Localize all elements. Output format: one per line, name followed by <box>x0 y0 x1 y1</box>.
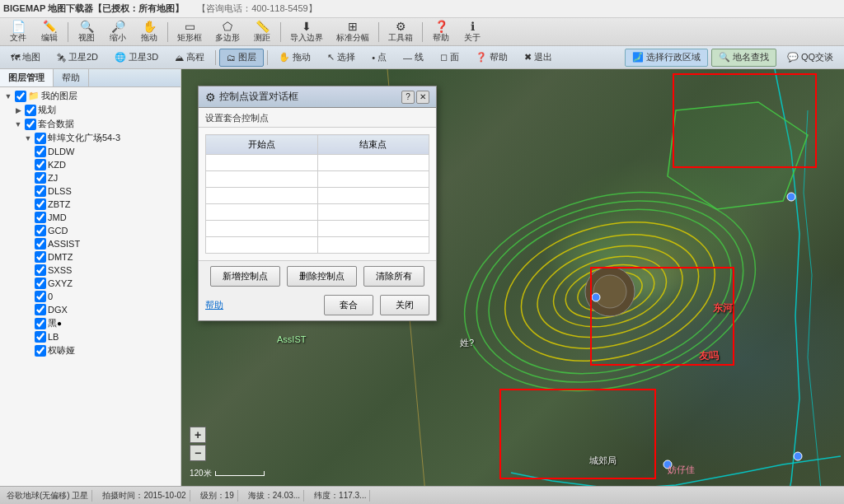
cb-dldw[interactable] <box>35 146 46 157</box>
clear-all-btn[interactable]: 清除所有 <box>363 266 424 287</box>
expand-icon-wenhua[interactable]: ▼ <box>23 134 33 142</box>
tree-item-gxyz[interactable]: GXYZ <box>2 277 179 290</box>
tb-poly-btn[interactable]: ⬠ 多边形 <box>209 20 246 44</box>
cb-zero[interactable] <box>35 291 46 302</box>
tb2-helpbtn-btn[interactable]: ❓ 帮助 <box>468 49 515 67</box>
tree-item-my-layers[interactable]: ▼ 📁 我的图层 <box>2 89 179 103</box>
tb2-drag-btn[interactable]: ✋ 拖动 <box>271 49 318 67</box>
expand-icon-plan[interactable]: ▶ <box>13 106 23 114</box>
tree-item-zbtz[interactable]: ZBTZ <box>2 198 179 211</box>
tb-import-btn[interactable]: ⬇ 导入边界 <box>284 20 329 44</box>
tb2-line-btn[interactable]: — 线 <box>396 49 431 67</box>
cb-dgx[interactable] <box>35 304 46 315</box>
map-area[interactable]: 妨仔佳 城郊局 城郊局 姓? 东河 友吗 AssIST + − 120米 ⚙ 控 <box>181 69 844 486</box>
add-control-point-btn[interactable]: 新增控制点 <box>210 266 280 287</box>
dialog-help-btn[interactable]: ? <box>401 91 415 104</box>
tb-tools-btn[interactable]: ⚙ 工具箱 <box>382 20 419 44</box>
dialog-close-x-btn[interactable]: ✕ <box>416 91 429 104</box>
tree-item-zero[interactable]: 0 <box>2 290 179 303</box>
cb-quzhiya[interactable] <box>35 345 46 357</box>
qq-label: QQ交谈 <box>801 51 833 63</box>
dialog-help-link[interactable]: 帮助 <box>205 299 223 311</box>
tb-about-btn[interactable]: ℹ 关于 <box>457 20 487 44</box>
tree-item-zj[interactable]: ZJ <box>2 171 179 184</box>
cb-composite[interactable] <box>25 119 36 130</box>
tree-item-black[interactable]: 黑● <box>2 316 179 330</box>
tb2-sat2d-btn[interactable]: 🛰 卫星2D <box>49 49 106 67</box>
dialog-title-bar[interactable]: ⚙ 控制点设置对话框 ? ✕ <box>199 86 436 108</box>
file-icon: 📄 <box>12 21 26 32</box>
cb-wenhua[interactable] <box>35 133 46 144</box>
tree-item-quzhiya[interactable]: 权哧娅 <box>2 343 179 357</box>
delete-control-point-btn[interactable]: 删除控制点 <box>287 266 357 287</box>
tb-drag-btn[interactable]: ✋ 拖动 <box>134 20 164 44</box>
cb-assist[interactable] <box>35 238 46 250</box>
tb-measure-btn[interactable]: 📏 测距 <box>247 20 277 44</box>
tree-item-dmtz[interactable]: DMTZ <box>2 250 179 264</box>
expand-icon[interactable]: ▼ <box>3 92 13 100</box>
tb-std-btn[interactable]: ⊞ 标准分幅 <box>331 20 375 44</box>
cb-black[interactable] <box>35 318 46 329</box>
location-search-btn[interactable]: 🔍 地名查找 <box>711 49 776 67</box>
hotline: 【咨询电话：400-118-5459】 <box>197 2 317 15</box>
tb2-map-btn[interactable]: 🗺 地图 <box>3 49 48 67</box>
cb-dlss[interactable] <box>35 185 46 197</box>
tb2-map-label: 地图 <box>22 51 40 63</box>
cb-kzd[interactable] <box>35 159 46 170</box>
cb-lb[interactable] <box>35 331 46 343</box>
tab-layer-management[interactable]: 图层管理 <box>0 69 54 86</box>
cb-zbtz[interactable] <box>35 198 46 210</box>
tb-edit-btn[interactable]: ✏️ 编辑 <box>35 20 64 44</box>
tree-item-lb[interactable]: LB <box>2 330 179 343</box>
zoom-out-btn[interactable]: − <box>190 445 206 461</box>
tree-item-sxss[interactable]: SXSS <box>2 264 179 277</box>
region-select-btn[interactable]: 🗾 选择行政区域 <box>625 49 708 67</box>
my-layers-label: 我的图层 <box>41 90 177 102</box>
red-rect-1 <box>673 73 817 168</box>
tb-help-btn[interactable]: ❓ 帮助 <box>426 20 456 44</box>
status-date: 拍摄时间：2015-10-02 <box>99 490 190 502</box>
tb-about-label: 关于 <box>464 32 481 44</box>
fit-btn[interactable]: 套合 <box>324 295 373 315</box>
cb-gcd[interactable] <box>35 225 46 236</box>
tb-rect-btn[interactable]: ▭ 矩形框 <box>171 20 208 44</box>
expand-icon-composite[interactable]: ▼ <box>13 120 23 128</box>
tree-item-composite[interactable]: ▼ 套合数据 <box>2 117 179 131</box>
tb-view-btn[interactable]: 🔍 视图 <box>72 20 101 44</box>
tb2-point-btn[interactable]: • 点 <box>364 49 394 67</box>
cb-gxyz[interactable] <box>35 278 46 289</box>
tree-item-jmd[interactable]: JMD <box>2 211 179 224</box>
cb-sxss[interactable] <box>35 264 46 276</box>
tb-file-btn[interactable]: 📄 文件 <box>3 20 33 44</box>
tree-item-dldw[interactable]: DLDW <box>2 145 179 158</box>
tree-item-dgx[interactable]: DGX <box>2 303 179 316</box>
tb2-area-btn[interactable]: ◻ 面 <box>433 49 467 67</box>
tree-item-assist[interactable]: ASSIST <box>2 237 179 250</box>
cb-jmd[interactable] <box>35 212 46 223</box>
control-points-dialog[interactable]: ⚙ 控制点设置对话框 ? ✕ 设置套合控制点 开始点 结束点 <box>198 86 437 321</box>
tb2-sat3d-btn[interactable]: 🌐 卫星3D <box>107 49 166 67</box>
tree-item-plan[interactable]: ▶ 规划 <box>2 103 179 117</box>
tree-item-dlss[interactable]: DLSS <box>2 184 179 198</box>
layer-tree: ▼ 📁 我的图层 ▶ 规划 ▼ 套合数据 ▼ 蚌埠文化广场5 <box>0 87 181 486</box>
cb-my-layers[interactable] <box>15 91 26 102</box>
cb-plan[interactable] <box>25 105 36 116</box>
search-label: 地名查找 <box>733 51 769 63</box>
tree-item-kzd[interactable]: KZD <box>2 158 179 171</box>
zoom-in-btn[interactable]: + <box>190 427 206 443</box>
cb-dmtz[interactable] <box>35 251 46 263</box>
quzhiya-label: 权哧娅 <box>48 344 177 357</box>
cb-zj[interactable] <box>35 172 46 184</box>
tree-item-wenhua[interactable]: ▼ 蚌埠文化广场54-3 <box>2 131 179 145</box>
tb-zoomout-btn[interactable]: 🔎 缩小 <box>103 20 133 44</box>
qq-chat-btn[interactable]: 💬 QQ交谈 <box>780 49 841 67</box>
tb2-layer-btn[interactable]: 🗂 图层 <box>219 49 264 67</box>
tb2-elev-btn[interactable]: ⛰ 高程 <box>167 49 212 67</box>
map-label-donghe: 东河 <box>713 301 733 315</box>
dialog-close-btn[interactable]: 关闭 <box>380 295 429 315</box>
tab-help[interactable]: 帮助 <box>54 69 89 86</box>
tb2-select-btn[interactable]: ↖ 选择 <box>320 49 363 67</box>
tb2-exit-btn[interactable]: ✖ 退出 <box>517 49 560 67</box>
tree-item-gcd[interactable]: GCD <box>2 224 179 237</box>
status-altitude: 海拔：24.03... <box>245 490 304 502</box>
